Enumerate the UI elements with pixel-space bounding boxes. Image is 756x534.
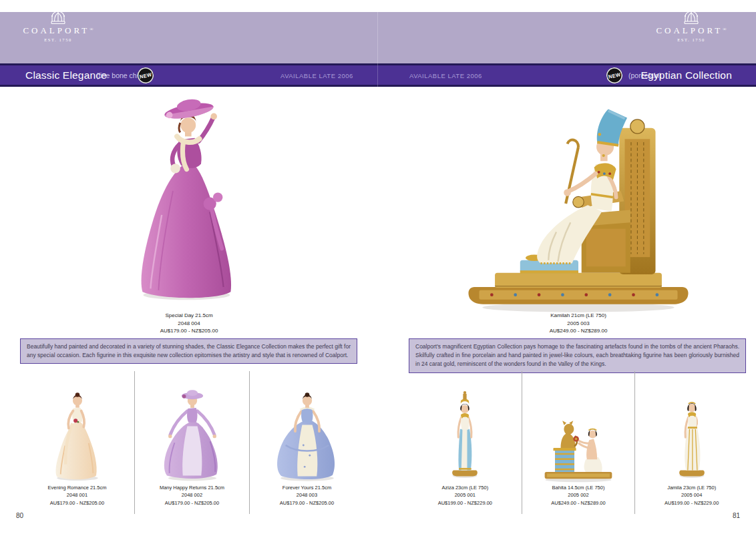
- product-price: AU$179.00 - NZ$205.00: [135, 499, 249, 507]
- collection-header-bar: Classic Elegance (fine bone china) NEW A…: [0, 63, 756, 87]
- brand-established: EST. 1750: [1, 37, 115, 42]
- brand-established: EST. 1750: [634, 37, 748, 42]
- figurine-special-day-image: [109, 95, 269, 303]
- product-caption: Evening Romance 21.5cm 2048 001 AU$179.0…: [20, 484, 134, 507]
- product-grid-left: Evening Romance 21.5cm 2048 001 AU$179.0…: [20, 371, 364, 514]
- coalport-logo-left: COALPORT® EST. 1750: [1, 7, 115, 42]
- product-grid-right: Aziza 23cm (LE 750) 2005 001 AU$199.00 -…: [409, 371, 748, 514]
- hero-caption-right: Kamilah 21cm (LE 750) 2005 003 AU$249.00…: [478, 312, 679, 335]
- product-code: 2005 001: [409, 491, 522, 499]
- registered-mark: ®: [89, 27, 93, 32]
- product-code: 2005 004: [635, 491, 748, 499]
- collection-description-right: Coalport's magnificent Egyptian Collecti…: [409, 338, 746, 373]
- collection-description-left: Beautifully hand painted and decorated i…: [20, 338, 357, 364]
- product-name: Special Day 21.5cm: [89, 312, 289, 320]
- product-price: AU$179.00 - NZ$205.00: [89, 327, 289, 335]
- brand-name: COALPORT®: [1, 25, 115, 36]
- product-name: Many Happy Returns 21.5cm: [135, 484, 249, 491]
- figurine-aziza-image: [437, 383, 494, 483]
- product-caption: Many Happy Returns 21.5cm 2048 002 AU$17…: [135, 484, 249, 507]
- figurine-evening-romance-image: [40, 383, 115, 483]
- figurine-kamilah-image: [452, 93, 705, 314]
- page-number-right: 81: [733, 512, 740, 519]
- availability-left: AVAILABLE LATE 2006: [280, 71, 353, 79]
- brand-name: COALPORT®: [634, 25, 748, 36]
- availability-right: AVAILABLE LATE 2006: [409, 71, 482, 79]
- coalport-logo-right: COALPORT® EST. 1750: [634, 7, 748, 42]
- page-fold-seam: [377, 12, 378, 87]
- product-cell-aziza: Aziza 23cm (LE 750) 2005 001 AU$199.00 -…: [409, 371, 522, 514]
- product-price: AU$249.00 - NZ$289.00: [478, 327, 679, 335]
- product-cell-bahita: Bahita 14.5cm (LE 750) 2005 002 AU$249.0…: [522, 371, 635, 514]
- product-code: 2048 003: [250, 491, 364, 499]
- product-cell-evening-romance: Evening Romance 21.5cm 2048 001 AU$179.0…: [20, 371, 134, 514]
- new-badge-right: NEW: [605, 65, 624, 84]
- crown-icon: [48, 7, 68, 25]
- product-name: Bahita 14.5cm (LE 750): [522, 484, 635, 491]
- figurine-forever-yours-image: [266, 382, 348, 483]
- product-caption: Forever Yours 21.5cm 2048 003 AU$179.00 …: [250, 484, 364, 507]
- product-cell-jamila: Jamila 23cm (LE 750) 2005 004 AU$199.00 …: [634, 371, 748, 514]
- hero-caption-left: Special Day 21.5cm 2048 004 AU$179.00 - …: [89, 312, 289, 335]
- crown-icon: [681, 7, 701, 25]
- collection-title-left: Classic Elegance: [25, 69, 107, 81]
- catalog-spread: COALPORT® EST. 1750 COALPORT® EST. 1750 …: [0, 0, 756, 534]
- product-price: AU$179.00 - NZ$205.00: [20, 499, 134, 507]
- product-code: 2005 003: [478, 320, 679, 328]
- registered-mark: ®: [723, 27, 726, 32]
- product-name: Evening Romance 21.5cm: [20, 484, 134, 491]
- product-price: AU$199.00 - NZ$229.00: [409, 499, 522, 507]
- product-code: 2048 004: [89, 320, 289, 328]
- new-badge-left: NEW: [136, 65, 155, 84]
- figurine-bahita-image: [536, 398, 621, 483]
- product-code: 2048 002: [135, 491, 249, 499]
- figurine-many-happy-returns-image: [153, 382, 232, 483]
- product-code: 2005 002: [522, 491, 635, 499]
- product-caption: Jamila 23cm (LE 750) 2005 004 AU$199.00 …: [635, 484, 748, 507]
- page-number-left: 80: [16, 512, 23, 519]
- product-name: Forever Yours 21.5cm: [250, 484, 364, 491]
- product-code: 2048 001: [20, 491, 134, 499]
- product-caption: Aziza 23cm (LE 750) 2005 001 AU$199.00 -…: [409, 484, 522, 507]
- collection-title-right: Egyptian Collection: [641, 69, 733, 81]
- product-caption: Bahita 14.5cm (LE 750) 2005 002 AU$249.0…: [522, 484, 635, 507]
- product-price: AU$199.00 - NZ$229.00: [635, 499, 748, 507]
- product-name: Jamila 23cm (LE 750): [635, 484, 748, 491]
- product-price: AU$249.00 - NZ$289.00: [522, 499, 635, 507]
- product-name: Aziza 23cm (LE 750): [409, 484, 522, 491]
- product-name: Kamilah 21cm (LE 750): [478, 312, 679, 320]
- product-cell-many-happy-returns: Many Happy Returns 21.5cm 2048 002 AU$17…: [134, 371, 249, 514]
- figurine-jamila-image: [663, 383, 720, 483]
- product-cell-forever-yours: Forever Yours 21.5cm 2048 003 AU$179.00 …: [249, 371, 364, 514]
- product-price: AU$179.00 - NZ$205.00: [250, 499, 364, 507]
